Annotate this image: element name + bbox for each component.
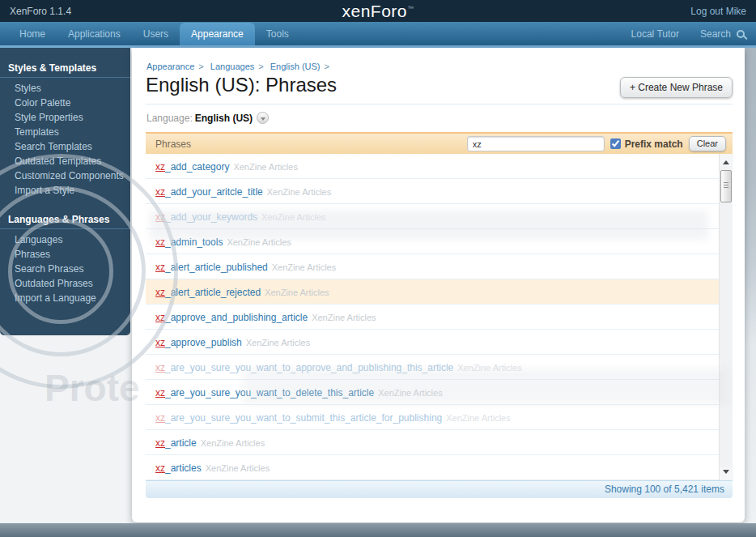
sidebar-list-styles: Styles Color Palette Style Properties Te… [0,81,130,198]
phrase-row[interactable]: xz_add_your_aritcle_titleXenZine Article… [146,179,733,204]
phrase-name: _add_your_aritcle_title [165,186,263,198]
phrase-name: _approve_and_publishing_article [165,312,308,323]
breadcrumb: Appearance> Languages> English (US)> [147,62,333,71]
tab-applications[interactable]: Applications [57,23,132,45]
phrase-name: _alert_article_rejected [165,287,261,298]
phrase-addon: XenZine Articles [233,162,297,172]
xenforo-admin-page: { "topbar": { "version": "XenForo 1.1.4"… [0,0,756,537]
watermark-text: Prote [45,366,140,410]
phrase-name: _are_you_sure_you_want_to_delete_this_ar… [165,387,374,398]
search-icon [737,30,745,38]
sidebar-item-languages[interactable]: Languages [0,232,130,247]
phrase-row[interactable]: xz_approve_publishXenZine Articles [146,330,733,355]
search-label: Search [700,28,731,40]
phrase-name: _alert_article_published [165,262,268,273]
scrollbar-grip [724,182,728,190]
scrollbar-up-arrow[interactable] [720,154,733,167]
phrase-row-highlighted[interactable]: xz_alert_article_rejectedXenZine Article… [146,279,733,305]
sidebar-list-languages: Languages Phrases Search Phrases Outdate… [0,232,130,305]
phrase-name: _add_your_keywords [165,211,257,223]
phrase-addon: XenZine Articles [457,363,521,373]
sidebar-item-outdated-templates[interactable]: Outdated Templates [0,154,130,168]
phrase-row[interactable]: xz_are_you_sure_you_want_to_submit_this_… [146,405,733,430]
sidebar-item-import-a-language[interactable]: Import a Language [0,291,130,305]
sidebar-heading-styles-templates: Styles & Templates [0,56,130,78]
page-right-margin [745,48,756,525]
phrase-addon: XenZine Articles [206,463,270,473]
page-title: English (US): Phrases [146,74,337,96]
phrase-search-input[interactable] [467,136,605,151]
phrase-addon: XenZine Articles [201,438,265,448]
breadcrumb-appearance[interactable]: Appearance [147,62,194,71]
create-new-phrase-button[interactable]: + Create New Phrase [620,77,733,98]
phrase-row[interactable]: xz_add_categoryXenZine Articles [146,154,733,179]
phrase-row[interactable]: xz_are_you_sure_you_want_to_delete_this_… [146,380,733,405]
phrase-addon: XenZine Articles [261,212,325,222]
phrase-row[interactable]: xz_approve_and_publishing_articleXenZine… [146,305,733,330]
scrollbar-thumb[interactable] [720,170,732,202]
logout-link[interactable]: Log out Mike [690,6,746,17]
sidebar-item-search-templates[interactable]: Search Templates [0,139,130,154]
phrase-name: _article [165,437,197,449]
clear-button[interactable]: Clear [689,136,726,151]
sidebar-item-import-a-style[interactable]: Import a Style [0,183,130,198]
tab-users[interactable]: Users [132,23,180,45]
sidebar-item-color-palette[interactable]: Color Palette [0,96,130,110]
main-nav: Home Applications Users Appearance Tools… [0,22,756,48]
phrase-row[interactable]: xz_articlesXenZine Articles [146,455,733,480]
breadcrumb-languages[interactable]: Languages [210,62,254,71]
sidebar: Styles & Templates Styles Color Palette … [0,48,130,335]
search-link[interactable]: Search [700,28,745,40]
language-dropdown-icon[interactable] [257,112,269,124]
phrases-filter-bar: Phrases Prefix match Clear [146,132,733,154]
phrase-prefix: xz [155,337,165,348]
phrase-prefix: xz [155,362,165,373]
phrase-row[interactable]: xz_articleXenZine Articles [146,430,733,455]
phrase-name: _are_you_sure_you_want_to_submit_this_ar… [165,412,442,424]
phrase-row[interactable]: xz_alert_article_publishedXenZine Articl… [146,254,733,279]
tab-home[interactable]: Home [8,23,57,45]
phrase-row[interactable]: xz_add_your_keywordsXenZine Articles [146,204,733,229]
phrase-name: _articles [165,462,202,474]
sidebar-item-templates[interactable]: Templates [0,125,130,139]
phrase-addon: XenZine Articles [265,288,329,297]
top-header: XenForo 1.1.4 xenForo™ Log out Mike [0,0,756,22]
content-panel: Appearance> Languages> English (US)> Eng… [132,48,745,522]
nav-tabs: Home Applications Users Appearance Tools [8,23,300,45]
phrase-prefix: xz [155,437,165,449]
header-divider [146,104,733,104]
phrase-name: _are_you_sure_you_want_to_approve_and_pu… [165,362,453,373]
breadcrumb-english-us[interactable]: English (US) [270,62,321,71]
scrollbar-down-arrow[interactable] [720,467,733,480]
phrase-row[interactable]: xz_admin_toolsXenZine Articles [146,229,733,254]
sidebar-item-phrases[interactable]: Phrases [0,247,130,262]
phrase-row[interactable]: xz_are_you_sure_you_want_to_approve_and_… [146,355,733,380]
phrase-prefix: xz [155,312,165,323]
sidebar-item-style-properties[interactable]: Style Properties [0,110,130,125]
phrase-addon: XenZine Articles [272,262,336,272]
logo-text: xenForo [342,2,407,20]
nav-right: Local Tutor Search [631,28,745,40]
phrase-prefix: xz [155,237,165,248]
list-scrollbar[interactable] [719,154,733,480]
phrase-prefix: xz [155,262,165,273]
sidebar-item-outdated-phrases[interactable]: Outdated Phrases [0,276,130,291]
xenforo-logo: xenForo™ [0,2,756,21]
phrase-addon: XenZine Articles [312,313,376,322]
sidebar-item-customized-components[interactable]: Customized Components [0,168,130,183]
tab-appearance[interactable]: Appearance [180,23,255,45]
phrase-prefix: xz [155,462,165,474]
prefix-match-checkbox[interactable] [610,139,621,149]
breadcrumb-separator: > [325,62,329,71]
local-tutor-link[interactable]: Local Tutor [631,28,679,40]
sidebar-heading-languages-phrases: Languages & Phrases [0,207,130,229]
phrase-prefix: xz [155,161,165,173]
sidebar-item-search-phrases[interactable]: Search Phrases [0,262,130,276]
tab-tools[interactable]: Tools [255,23,300,45]
page-footer-strip [0,523,756,537]
sidebar-item-styles[interactable]: Styles [0,81,130,96]
phrase-addon: XenZine Articles [446,413,510,423]
language-selector-row: Language:English (US) [147,112,269,124]
phrase-addon: XenZine Articles [267,187,331,197]
phrase-name: _add_category [165,161,229,173]
